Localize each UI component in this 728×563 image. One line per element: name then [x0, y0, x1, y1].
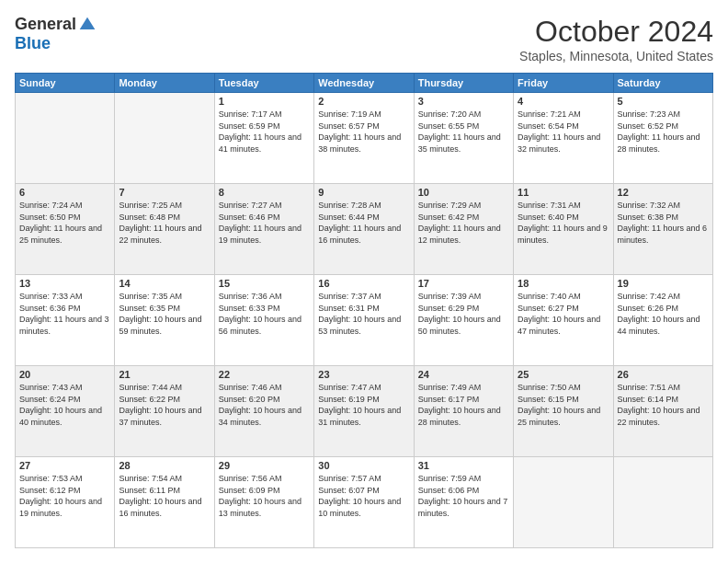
- day-number: 10: [418, 187, 509, 198]
- col-friday: Friday: [514, 74, 613, 93]
- day-info: Sunrise: 7:47 AMSunset: 6:19 PMDaylight:…: [318, 382, 409, 428]
- day-info: Sunrise: 7:40 AMSunset: 6:27 PMDaylight:…: [518, 291, 609, 337]
- table-row: 18Sunrise: 7:40 AMSunset: 6:27 PMDayligh…: [514, 275, 613, 366]
- table-row: 7Sunrise: 7:25 AMSunset: 6:48 PMDaylight…: [115, 184, 214, 275]
- day-info: Sunrise: 7:17 AMSunset: 6:59 PMDaylight:…: [219, 109, 310, 155]
- day-number: 30: [318, 460, 409, 471]
- day-info: Sunrise: 7:28 AMSunset: 6:44 PMDaylight:…: [318, 200, 409, 246]
- table-row: [115, 93, 214, 184]
- table-row: 12Sunrise: 7:32 AMSunset: 6:38 PMDayligh…: [613, 184, 712, 275]
- day-number: 6: [19, 187, 110, 198]
- day-info: Sunrise: 7:42 AMSunset: 6:26 PMDaylight:…: [618, 291, 709, 337]
- day-info: Sunrise: 7:23 AMSunset: 6:52 PMDaylight:…: [618, 109, 709, 155]
- table-row: 29Sunrise: 7:56 AMSunset: 6:09 PMDayligh…: [214, 457, 313, 548]
- table-row: 23Sunrise: 7:47 AMSunset: 6:19 PMDayligh…: [314, 366, 414, 457]
- table-row: 13Sunrise: 7:33 AMSunset: 6:36 PMDayligh…: [16, 275, 115, 366]
- day-number: 21: [119, 369, 210, 380]
- table-row: [514, 457, 613, 548]
- day-number: 2: [318, 96, 409, 107]
- col-sunday: Sunday: [16, 74, 115, 93]
- logo-general-text: General: [15, 15, 76, 34]
- table-row: 15Sunrise: 7:36 AMSunset: 6:33 PMDayligh…: [214, 275, 313, 366]
- calendar-week-row: 20Sunrise: 7:43 AMSunset: 6:24 PMDayligh…: [16, 366, 713, 457]
- day-info: Sunrise: 7:25 AMSunset: 6:48 PMDaylight:…: [119, 200, 210, 246]
- location: Staples, Minnesota, United States: [519, 49, 713, 63]
- day-info: Sunrise: 7:29 AMSunset: 6:42 PMDaylight:…: [418, 200, 509, 246]
- title-block: October 2024 Staples, Minnesota, United …: [519, 15, 713, 63]
- col-tuesday: Tuesday: [214, 74, 313, 93]
- table-row: 17Sunrise: 7:39 AMSunset: 6:29 PMDayligh…: [414, 275, 513, 366]
- table-row: 4Sunrise: 7:21 AMSunset: 6:54 PMDaylight…: [514, 93, 613, 184]
- day-number: 9: [318, 187, 409, 198]
- day-info: Sunrise: 7:24 AMSunset: 6:50 PMDaylight:…: [19, 200, 110, 246]
- logo-blue-text: Blue: [15, 34, 51, 53]
- day-info: Sunrise: 7:37 AMSunset: 6:31 PMDaylight:…: [318, 291, 409, 337]
- day-info: Sunrise: 7:19 AMSunset: 6:57 PMDaylight:…: [318, 109, 409, 155]
- day-info: Sunrise: 7:32 AMSunset: 6:38 PMDaylight:…: [618, 200, 709, 246]
- col-monday: Monday: [115, 74, 214, 93]
- day-number: 22: [219, 369, 310, 380]
- table-row: 25Sunrise: 7:50 AMSunset: 6:15 PMDayligh…: [514, 366, 613, 457]
- table-row: 16Sunrise: 7:37 AMSunset: 6:31 PMDayligh…: [314, 275, 414, 366]
- day-info: Sunrise: 7:59 AMSunset: 6:06 PMDaylight:…: [418, 473, 509, 519]
- calendar: Sunday Monday Tuesday Wednesday Thursday…: [15, 73, 713, 548]
- col-saturday: Saturday: [613, 74, 712, 93]
- day-number: 4: [518, 96, 609, 107]
- header: General Blue October 2024 Staples, Minne…: [15, 15, 713, 63]
- table-row: 27Sunrise: 7:53 AMSunset: 6:12 PMDayligh…: [16, 457, 115, 548]
- table-row: 2Sunrise: 7:19 AMSunset: 6:57 PMDaylight…: [314, 93, 414, 184]
- day-info: Sunrise: 7:31 AMSunset: 6:40 PMDaylight:…: [518, 200, 609, 246]
- day-info: Sunrise: 7:46 AMSunset: 6:20 PMDaylight:…: [219, 382, 310, 428]
- day-number: 25: [518, 369, 609, 380]
- table-row: 14Sunrise: 7:35 AMSunset: 6:35 PMDayligh…: [115, 275, 214, 366]
- day-number: 7: [119, 187, 210, 198]
- day-info: Sunrise: 7:57 AMSunset: 6:07 PMDaylight:…: [318, 473, 409, 519]
- calendar-week-row: 27Sunrise: 7:53 AMSunset: 6:12 PMDayligh…: [16, 457, 713, 548]
- svg-marker-0: [80, 17, 96, 29]
- day-number: 16: [318, 278, 409, 289]
- day-info: Sunrise: 7:49 AMSunset: 6:17 PMDaylight:…: [418, 382, 509, 428]
- day-info: Sunrise: 7:44 AMSunset: 6:22 PMDaylight:…: [119, 382, 210, 428]
- table-row: 3Sunrise: 7:20 AMSunset: 6:55 PMDaylight…: [414, 93, 513, 184]
- col-wednesday: Wednesday: [314, 74, 414, 93]
- day-number: 5: [618, 96, 709, 107]
- day-info: Sunrise: 7:50 AMSunset: 6:15 PMDaylight:…: [518, 382, 609, 428]
- day-info: Sunrise: 7:39 AMSunset: 6:29 PMDaylight:…: [418, 291, 509, 337]
- table-row: 20Sunrise: 7:43 AMSunset: 6:24 PMDayligh…: [16, 366, 115, 457]
- day-number: 19: [618, 278, 709, 289]
- table-row: 9Sunrise: 7:28 AMSunset: 6:44 PMDaylight…: [314, 184, 414, 275]
- table-row: 26Sunrise: 7:51 AMSunset: 6:14 PMDayligh…: [613, 366, 712, 457]
- day-number: 23: [318, 369, 409, 380]
- table-row: 24Sunrise: 7:49 AMSunset: 6:17 PMDayligh…: [414, 366, 513, 457]
- logo: General Blue: [15, 15, 97, 53]
- day-number: 26: [618, 369, 709, 380]
- table-row: 19Sunrise: 7:42 AMSunset: 6:26 PMDayligh…: [613, 275, 712, 366]
- day-info: Sunrise: 7:54 AMSunset: 6:11 PMDaylight:…: [119, 473, 210, 519]
- table-row: 22Sunrise: 7:46 AMSunset: 6:20 PMDayligh…: [214, 366, 313, 457]
- day-number: 17: [418, 278, 509, 289]
- calendar-week-row: 13Sunrise: 7:33 AMSunset: 6:36 PMDayligh…: [16, 275, 713, 366]
- day-number: 15: [219, 278, 310, 289]
- day-number: 27: [19, 460, 110, 471]
- logo-icon: [78, 16, 97, 34]
- day-number: 11: [518, 187, 609, 198]
- day-number: 8: [219, 187, 310, 198]
- table-row: 30Sunrise: 7:57 AMSunset: 6:07 PMDayligh…: [314, 457, 414, 548]
- day-info: Sunrise: 7:43 AMSunset: 6:24 PMDaylight:…: [19, 382, 110, 428]
- table-row: 8Sunrise: 7:27 AMSunset: 6:46 PMDaylight…: [214, 184, 313, 275]
- day-info: Sunrise: 7:33 AMSunset: 6:36 PMDaylight:…: [19, 291, 110, 337]
- day-number: 3: [418, 96, 509, 107]
- calendar-week-row: 6Sunrise: 7:24 AMSunset: 6:50 PMDaylight…: [16, 184, 713, 275]
- day-info: Sunrise: 7:27 AMSunset: 6:46 PMDaylight:…: [219, 200, 310, 246]
- calendar-header-row: Sunday Monday Tuesday Wednesday Thursday…: [16, 74, 713, 93]
- table-row: 31Sunrise: 7:59 AMSunset: 6:06 PMDayligh…: [414, 457, 513, 548]
- col-thursday: Thursday: [414, 74, 513, 93]
- day-number: 28: [119, 460, 210, 471]
- day-info: Sunrise: 7:36 AMSunset: 6:33 PMDaylight:…: [219, 291, 310, 337]
- table-row: 1Sunrise: 7:17 AMSunset: 6:59 PMDaylight…: [214, 93, 313, 184]
- day-info: Sunrise: 7:21 AMSunset: 6:54 PMDaylight:…: [518, 109, 609, 155]
- table-row: 11Sunrise: 7:31 AMSunset: 6:40 PMDayligh…: [514, 184, 613, 275]
- day-number: 12: [618, 187, 709, 198]
- day-number: 31: [418, 460, 509, 471]
- day-info: Sunrise: 7:35 AMSunset: 6:35 PMDaylight:…: [119, 291, 210, 337]
